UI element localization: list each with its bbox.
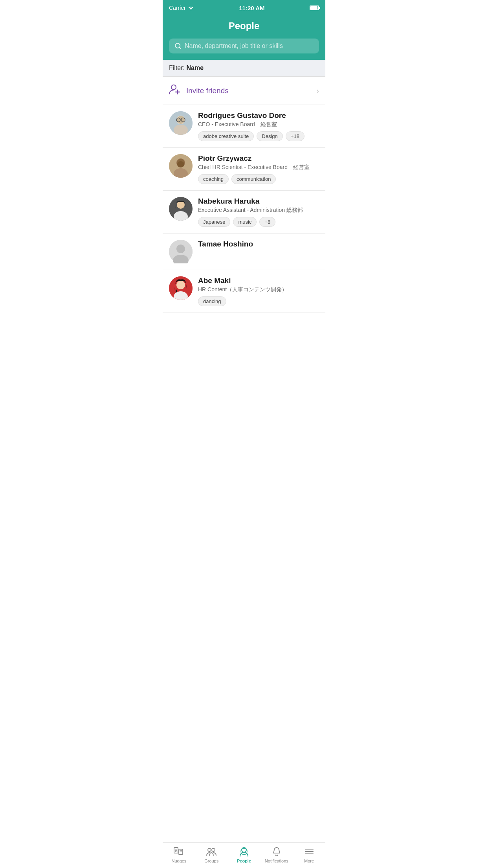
people-list: Rodrigues Gustavo Dore CEO - Executive B… — [163, 105, 325, 313]
person-title: Executive Assistant - Administration 総務部 — [198, 207, 319, 214]
wifi-icon — [188, 6, 194, 10]
svg-line-2 — [179, 47, 180, 48]
skill-tag: music — [233, 217, 257, 227]
person-name: Rodrigues Gustavo Dore — [198, 111, 319, 120]
skill-tag: dancing — [198, 296, 226, 306]
skill-tag: coaching — [198, 174, 229, 184]
person-name: Piotr Grzywacz — [198, 154, 319, 163]
list-item[interactable]: Rodrigues Gustavo Dore CEO - Executive B… — [163, 105, 325, 148]
svg-point-22 — [176, 245, 185, 253]
chevron-right-icon: › — [316, 86, 319, 95]
search-container — [163, 39, 325, 60]
person-info: Abe Maki HR Content（人事コンテンツ開発） dancing — [198, 276, 319, 306]
add-person-icon — [169, 84, 181, 95]
skill-tag: Japanese — [198, 217, 230, 227]
skill-tag: Design — [257, 131, 283, 141]
skill-tag: +8 — [259, 217, 275, 227]
battery-indicator — [310, 6, 319, 10]
svg-point-25 — [176, 281, 185, 289]
invite-friends-label: Invite friends — [186, 86, 229, 95]
avatar — [169, 154, 193, 178]
skills-list: adobe creative suite Design +18 — [198, 131, 319, 141]
search-icon — [174, 42, 182, 50]
person-info: Tamae Hoshino — [198, 240, 319, 250]
avatar — [169, 111, 193, 135]
page-header: People — [163, 16, 325, 39]
list-item[interactable]: Nabekura Haruka Executive Assistant - Ad… — [163, 191, 325, 234]
svg-point-0 — [190, 9, 191, 10]
invite-icon — [169, 84, 181, 97]
skills-list: Japanese music +8 — [198, 217, 319, 227]
skill-tag: adobe creative suite — [198, 131, 254, 141]
search-input[interactable] — [185, 42, 314, 50]
person-title: HR Content（人事コンテンツ開発） — [198, 286, 319, 293]
person-title: Chief HR Scientist - Executive Board 経営室 — [198, 164, 319, 171]
skill-tag: communication — [231, 174, 276, 184]
list-item[interactable]: Piotr Grzywacz Chief HR Scientist - Exec… — [163, 148, 325, 191]
avatar — [169, 197, 193, 221]
person-name: Nabekura Haruka — [198, 197, 319, 206]
invite-friends-row[interactable]: Invite friends › — [163, 77, 325, 105]
filter-label: Filter: Name — [169, 64, 204, 71]
list-item[interactable]: Abe Maki HR Content（人事コンテンツ開発） dancing — [163, 270, 325, 313]
status-time: 11:20 AM — [239, 5, 264, 11]
skills-list: coaching communication — [198, 174, 319, 184]
carrier-info: Carrier — [169, 5, 194, 11]
avatar — [169, 240, 193, 263]
skills-list: dancing — [198, 296, 319, 306]
skill-tag: +18 — [286, 131, 305, 141]
page-title: People — [169, 20, 319, 31]
filter-bar: Filter: Name — [163, 60, 325, 77]
person-info: Piotr Grzywacz Chief HR Scientist - Exec… — [198, 154, 319, 184]
svg-point-17 — [177, 161, 184, 167]
svg-point-3 — [171, 85, 176, 90]
person-info: Rodrigues Gustavo Dore CEO - Executive B… — [198, 111, 319, 141]
list-item[interactable]: Tamae Hoshino — [163, 234, 325, 270]
avatar — [169, 276, 193, 300]
person-name: Tamae Hoshino — [198, 240, 319, 248]
search-bar[interactable] — [169, 39, 319, 53]
person-info: Nabekura Haruka Executive Assistant - Ad… — [198, 197, 319, 227]
person-title: CEO - Executive Board 経営室 — [198, 121, 319, 128]
person-name: Abe Maki — [198, 276, 319, 285]
status-bar: Carrier 11:20 AM — [163, 0, 325, 16]
